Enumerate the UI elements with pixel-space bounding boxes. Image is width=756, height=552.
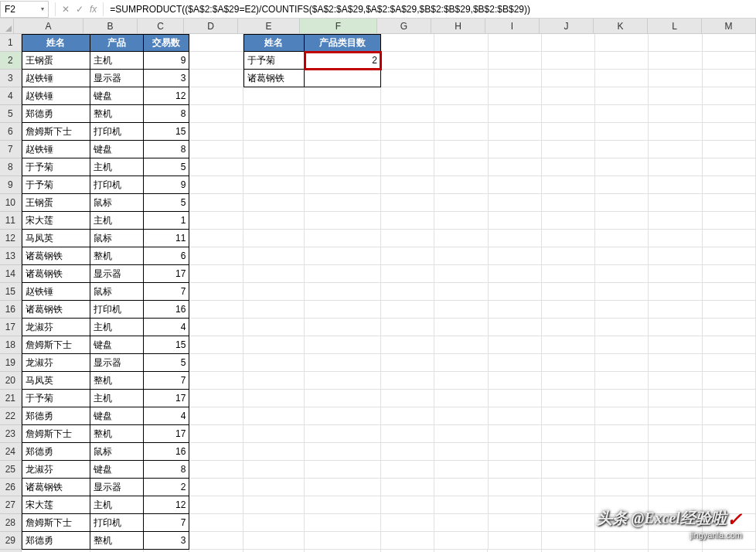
cell-I24[interactable] (489, 443, 542, 461)
cell-G2[interactable] (381, 52, 434, 70)
row-header-12[interactable]: 12 (0, 230, 22, 247)
cell-C23[interactable]: 17 (144, 425, 189, 443)
cell-K3[interactable] (595, 70, 649, 87)
cell-J29[interactable] (542, 532, 595, 550)
cell-F6[interactable] (305, 123, 381, 141)
cell-E8[interactable] (243, 158, 305, 176)
cell-K13[interactable] (595, 247, 649, 265)
cell-B23[interactable]: 整机 (90, 425, 144, 443)
cell-J5[interactable] (542, 105, 595, 123)
cell-H2[interactable] (434, 52, 488, 70)
row-header-7[interactable]: 7 (0, 141, 22, 158)
cell-I14[interactable] (489, 265, 542, 283)
cell-I18[interactable] (489, 336, 542, 354)
row-header-23[interactable]: 23 (0, 425, 22, 443)
cell-A11[interactable]: 宋大莲 (22, 212, 90, 230)
cell-G20[interactable] (381, 372, 434, 390)
cell-A18[interactable]: 詹姆斯下士 (22, 336, 90, 354)
cell-E26[interactable] (243, 479, 305, 496)
cell-L13[interactable] (649, 247, 702, 265)
cell-H15[interactable] (434, 283, 488, 301)
cell-D20[interactable] (189, 372, 243, 390)
cell-M12[interactable] (703, 230, 756, 247)
cell-G28[interactable] (381, 514, 434, 532)
cell-K6[interactable] (595, 123, 649, 141)
cell-K1[interactable] (595, 34, 649, 52)
column-header-J[interactable]: J (540, 19, 594, 34)
cell-A29[interactable]: 郑德勇 (22, 532, 90, 550)
cell-D22[interactable] (189, 407, 243, 425)
cell-I17[interactable] (489, 319, 542, 336)
cell-G27[interactable] (381, 496, 434, 514)
cell-D26[interactable] (189, 479, 243, 496)
cell-F10[interactable] (305, 194, 381, 212)
cell-G23[interactable] (381, 425, 434, 443)
cell-I7[interactable] (489, 141, 542, 158)
cell-I25[interactable] (489, 461, 542, 479)
cell-H22[interactable] (434, 407, 488, 425)
cell-D12[interactable] (189, 230, 243, 247)
cell-L4[interactable] (649, 87, 702, 105)
cell-A22[interactable]: 郑德勇 (22, 407, 90, 425)
cell-C8[interactable]: 5 (144, 158, 189, 176)
fx-icon[interactable]: fx (90, 4, 97, 15)
cell-D6[interactable] (189, 123, 243, 141)
cell-M4[interactable] (703, 87, 756, 105)
cell-L14[interactable] (649, 265, 702, 283)
cell-F12[interactable] (305, 230, 381, 247)
cell-L5[interactable] (649, 105, 702, 123)
row-header-8[interactable]: 8 (0, 158, 22, 176)
cell-E10[interactable] (243, 194, 305, 212)
cell-A20[interactable]: 马凤英 (22, 372, 90, 390)
row-header-16[interactable]: 16 (0, 301, 22, 319)
cell-F4[interactable] (305, 87, 381, 105)
cell-B17[interactable]: 主机 (90, 319, 144, 336)
cell-L29[interactable] (649, 532, 702, 550)
cell-A17[interactable]: 龙淑芬 (22, 319, 90, 336)
cell-H1[interactable] (434, 34, 488, 52)
cell-H6[interactable] (434, 123, 488, 141)
cell-F9[interactable] (305, 176, 381, 194)
cell-L22[interactable] (649, 407, 702, 425)
cell-H14[interactable] (434, 265, 488, 283)
cell-C12[interactable]: 11 (144, 230, 189, 247)
cell-D3[interactable] (189, 70, 243, 87)
cell-F20[interactable] (305, 372, 381, 390)
cell-A23[interactable]: 詹姆斯下士 (22, 425, 90, 443)
cell-I21[interactable] (489, 390, 542, 407)
cell-H27[interactable] (434, 496, 488, 514)
cell-E9[interactable] (243, 176, 305, 194)
cell-J21[interactable] (542, 390, 595, 407)
cell-G14[interactable] (381, 265, 434, 283)
cell-M6[interactable] (703, 123, 756, 141)
column-header-M[interactable]: M (702, 19, 756, 34)
cell-D1[interactable] (189, 34, 243, 52)
cell-I12[interactable] (489, 230, 542, 247)
cell-G11[interactable] (381, 212, 434, 230)
cancel-icon[interactable]: ✕ (62, 4, 70, 15)
cell-K10[interactable] (595, 194, 649, 212)
cell-L6[interactable] (649, 123, 702, 141)
cell-B7[interactable]: 键盘 (90, 141, 144, 158)
cell-L24[interactable] (649, 443, 702, 461)
cell-J22[interactable] (542, 407, 595, 425)
cell-M25[interactable] (703, 461, 756, 479)
cell-F2[interactable]: 2 (305, 52, 381, 70)
row-header-29[interactable]: 29 (0, 532, 22, 550)
cell-E28[interactable] (243, 514, 305, 532)
cell-A24[interactable]: 郑德勇 (22, 443, 90, 461)
cell-J8[interactable] (542, 158, 595, 176)
cell-A14[interactable]: 诸葛钢铁 (22, 265, 90, 283)
cell-G5[interactable] (381, 105, 434, 123)
cell-C5[interactable]: 8 (144, 105, 189, 123)
cell-C15[interactable]: 7 (144, 283, 189, 301)
cell-A4[interactable]: 赵铁锤 (22, 87, 90, 105)
cell-K9[interactable] (595, 176, 649, 194)
cell-C9[interactable]: 9 (144, 176, 189, 194)
cell-A10[interactable]: 王钢蛋 (22, 194, 90, 212)
cell-I20[interactable] (489, 372, 542, 390)
row-header-15[interactable]: 15 (0, 283, 22, 301)
cell-C7[interactable]: 8 (144, 141, 189, 158)
cell-A19[interactable]: 龙淑芬 (22, 354, 90, 372)
cell-C21[interactable]: 17 (144, 390, 189, 407)
